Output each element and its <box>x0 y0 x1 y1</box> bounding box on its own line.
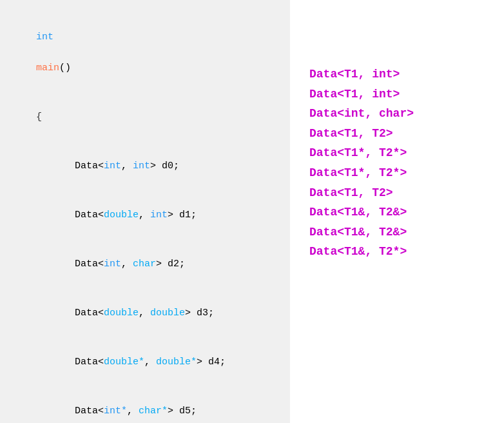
line-d1: Data<double, int> d1; <box>0 191 290 240</box>
gt: > d1; <box>168 210 197 221</box>
deduction-d7: Data<T1&, T2&> <box>309 202 491 222</box>
t1-int: int <box>104 161 121 172</box>
comma: , <box>121 161 133 172</box>
gt: > d4; <box>197 357 226 368</box>
gt: > d3; <box>185 308 214 319</box>
t1-int: int* <box>104 406 127 417</box>
gt: > d5; <box>168 406 197 417</box>
comma: , <box>144 357 156 368</box>
line-d3: Data<double, double> d3; <box>0 289 290 338</box>
t1-double: double <box>104 210 139 221</box>
comma: , <box>121 259 133 270</box>
deduction-d3: Data<T1, T2> <box>309 124 491 144</box>
t2-double: double* <box>156 357 197 368</box>
t1-double: double* <box>104 357 144 368</box>
line-d5: Data<int*, char*> d5; <box>0 387 290 423</box>
deduction-d9: Data<T1&, T2*> <box>309 242 491 262</box>
keyword-int: int <box>36 32 53 43</box>
parens: () <box>59 63 71 74</box>
type-data: Data< <box>75 259 104 270</box>
gt: > d2; <box>156 259 185 270</box>
t1-double: double <box>104 308 139 319</box>
code-panel: int main() { Data<int, int> d0; Data<dou… <box>0 0 290 423</box>
deduction-d0: Data<T1, int> <box>309 64 491 84</box>
type-data: Data< <box>75 357 104 368</box>
deduction-d6: Data<T1, T2> <box>309 183 491 203</box>
deduction-d5: Data<T1*, T2*> <box>309 163 491 183</box>
type-data: Data< <box>75 161 104 172</box>
gt: > d0; <box>150 161 179 172</box>
space <box>36 47 42 58</box>
brace-open: { <box>36 112 42 123</box>
t2-int: int <box>133 161 150 172</box>
line-function-sig: int main() <box>0 13 290 93</box>
t2-double: double <box>150 308 185 319</box>
line-d2: Data<int, char> d2; <box>0 240 290 289</box>
t1-int: int <box>104 259 121 270</box>
line-brace-open: { <box>0 93 290 142</box>
deduction-d8: Data<T1&, T2&> <box>309 222 491 242</box>
comma: , <box>139 210 150 221</box>
deduction-d4: Data<T1*, T2*> <box>309 143 491 163</box>
deduction-d2: Data<int, char> <box>309 104 491 124</box>
comma: , <box>139 308 150 319</box>
type-data: Data< <box>75 308 104 319</box>
type-data: Data< <box>75 210 104 221</box>
deduction-panel: Data<T1, int> Data<T1, int> Data<int, ch… <box>290 0 504 423</box>
comma: , <box>127 406 139 417</box>
t2-int: int <box>150 210 168 221</box>
line-d0: Data<int, int> d0; <box>0 142 290 191</box>
line-d4: Data<double*, double*> d4; <box>0 338 290 387</box>
deduction-d1: Data<T1, int> <box>309 84 491 104</box>
function-name: main <box>36 63 59 74</box>
type-data: Data< <box>75 406 104 417</box>
t2-char: char <box>133 259 156 270</box>
t2-char: char* <box>139 406 168 417</box>
